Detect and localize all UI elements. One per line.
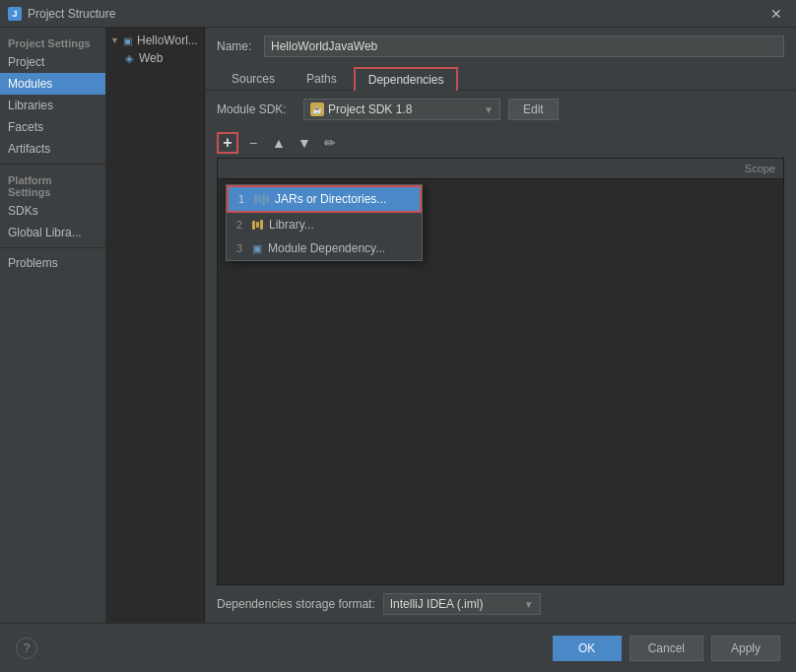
jar-icon [254,194,269,205]
menu-item-2-num: 2 [236,219,246,231]
menu-item-library[interactable]: 2 Library... [227,213,422,236]
sidebar: Project Settings Project Modules Librari… [0,28,106,623]
tree-item-web-label: Web [139,51,163,65]
tree-arrow: ▼ [110,35,120,45]
sidebar-item-libraries[interactable]: Libraries [0,95,105,116]
name-label: Name: [217,39,256,53]
menu-item-jars-label: JARs or Directories... [275,192,386,206]
name-row: Name: [205,28,796,65]
sidebar-divider-2 [0,247,105,248]
title-text: Project Structure [28,7,764,21]
help-button[interactable]: ? [16,638,37,659]
module-sdk-row: Module SDK: ☕ Project SDK 1.8 ▼ Edit [205,91,796,128]
sdk-dropdown-arrow: ▼ [484,104,494,115]
sidebar-item-sdks[interactable]: SDKs [0,200,105,222]
sidebar-item-problems[interactable]: Problems [0,252,105,274]
tab-dependencies[interactable]: Dependencies [354,67,459,91]
col-name-header [226,163,696,174]
module-icon: ▣ [120,34,134,47]
menu-item-jars[interactable]: 1 JARs or Directories... [227,185,422,213]
storage-label: Dependencies storage format: [217,597,375,611]
tree-item-web[interactable]: ◈ Web [106,49,204,67]
storage-select[interactable]: IntelliJ IDEA (.iml) ▼ [383,593,541,615]
tree-item-label: HelloWorl... [137,34,198,47]
add-dropdown-menu: 1 JARs or Directories... 2 [226,184,423,261]
web-icon: ◈ [122,51,136,65]
menu-item-1-num: 1 [238,193,248,205]
platform-settings-section: Platform Settings [0,168,105,200]
menu-item-module-dep[interactable]: 3 ▣ Module Dependency... [227,236,422,260]
tree-item-module[interactable]: ▼ ▣ HelloWorl... [106,32,204,49]
move-up-button[interactable]: ▲ [268,132,290,154]
content-area: Name: Sources Paths Dependencies Module … [205,28,796,623]
move-down-button[interactable]: ▼ [294,132,315,154]
sidebar-item-facets[interactable]: Facets [0,116,105,138]
menu-item-library-label: Library... [269,218,314,232]
sidebar-item-artifacts[interactable]: Artifacts [0,138,105,160]
sdk-value: Project SDK 1.8 [328,102,412,116]
footer: ? OK Cancel Apply [0,623,796,672]
menu-item-3-num: 3 [236,242,246,254]
storage-value: IntelliJ IDEA (.iml) [390,597,484,611]
name-input[interactable] [264,35,784,57]
sdk-select[interactable]: ☕ Project SDK 1.8 ▼ [303,99,500,120]
sidebar-item-modules[interactable]: Modules [0,73,105,95]
col-scope-header: Scope [696,163,775,174]
cancel-button[interactable]: Cancel [630,636,703,661]
project-tree: ▼ ▣ HelloWorl... ◈ Web [106,28,205,623]
close-button[interactable]: ✕ [764,4,788,24]
toolbar-row: + − ▲ ▼ ✏ [205,128,796,158]
edit-dependency-button[interactable]: ✏ [319,132,341,154]
apply-button[interactable]: Apply [711,636,780,661]
sidebar-item-project[interactable]: Project [0,51,105,73]
module-dep-icon: ▣ [252,242,262,255]
title-bar: J Project Structure ✕ [0,0,796,28]
ok-button[interactable]: OK [553,636,622,661]
main-layout: Project Settings Project Modules Librari… [0,28,796,623]
tab-paths[interactable]: Paths [292,66,352,91]
library-icon [252,220,263,230]
tab-sources[interactable]: Sources [217,66,290,91]
tabs-row: Sources Paths Dependencies [205,65,796,91]
storage-format-row: Dependencies storage format: IntelliJ ID… [205,585,796,623]
dependencies-table: Scope 1 JARs or Directories... 2 [217,158,784,585]
sidebar-item-global-libraries[interactable]: Global Libra... [0,222,105,243]
project-settings-section: Project Settings [0,32,105,51]
sdk-icon: ☕ [310,102,324,116]
add-dependency-button[interactable]: + [217,132,238,154]
menu-item-module-dep-label: Module Dependency... [268,241,385,255]
sdk-label: Module SDK: [217,102,296,116]
table-header: Scope [218,159,783,179]
storage-dropdown-arrow: ▼ [524,599,534,610]
app-icon: J [8,7,22,21]
edit-sdk-button[interactable]: Edit [508,99,559,120]
remove-dependency-button[interactable]: − [242,132,264,154]
sidebar-divider [0,164,105,165]
